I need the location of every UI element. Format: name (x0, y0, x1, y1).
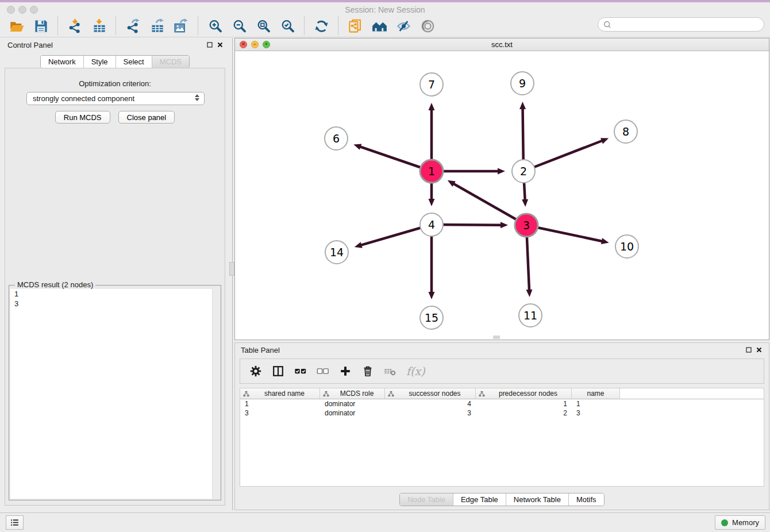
select-all-checks-icon[interactable] (293, 364, 308, 379)
edge-arrowhead (519, 102, 526, 109)
criterion-dropdown-value: strongly connected component (33, 94, 134, 103)
mcds-result-item[interactable]: 3 (10, 299, 220, 309)
table-row[interactable]: 3dominator323 (240, 408, 764, 418)
float-table-panel-icon[interactable] (746, 347, 752, 353)
table-panel-title: Table Panel (241, 346, 280, 354)
tab-mcds[interactable]: MCDS (152, 56, 189, 68)
tab-edge-table[interactable]: Edge Table (453, 494, 506, 506)
search-input[interactable] (612, 18, 764, 31)
edge-arrowhead (353, 144, 361, 149)
edge-3-1[interactable] (454, 184, 526, 225)
tab-select[interactable]: Select (116, 56, 152, 68)
column-header-name[interactable]: name (572, 388, 620, 399)
mcds-result-item[interactable]: 1 (10, 289, 220, 299)
table-cell: dominator (320, 409, 385, 417)
tab-network-table[interactable]: Network Table (506, 494, 568, 506)
table-cell: 3 (385, 409, 476, 417)
run-mcds-button[interactable]: Run MCDS (55, 111, 110, 124)
column-header-predecessor-nodes[interactable]: predecessor nodes (476, 388, 572, 399)
graph-node-label: 3 (523, 219, 530, 232)
tab-network[interactable]: Network (41, 56, 83, 68)
network-graph[interactable]: 7968124314101511 (235, 51, 769, 340)
mcds-panel: Optimization criterion: strongly connect… (5, 68, 225, 506)
table-cell: 2 (476, 409, 572, 417)
hide-selected-icon[interactable] (395, 17, 412, 34)
split-columns-icon[interactable] (271, 364, 286, 379)
column-header-MCDS-role[interactable]: MCDS role (320, 388, 385, 399)
column-header-successor-nodes[interactable]: successor nodes (385, 388, 476, 399)
tab-style[interactable]: Style (83, 56, 116, 68)
toolbar-separator (198, 17, 198, 35)
table-row[interactable]: 1dominator411 (240, 399, 764, 408)
tab-node-table[interactable]: Node Table (400, 494, 453, 506)
table-cell: 1 (240, 400, 320, 408)
edge-arrowhead (498, 168, 505, 175)
edge-arrowhead (429, 199, 435, 206)
edge-2-8[interactable] (523, 141, 602, 171)
graph-node-label: 14 (330, 246, 344, 259)
import-table-icon[interactable] (90, 17, 107, 34)
network-scroll-thumb[interactable] (493, 336, 500, 339)
mcds-result-title: MCDS result (2 nodes) (15, 280, 95, 289)
export-table-icon[interactable] (148, 17, 165, 34)
network-view-window: ✕ − + scc.txt 7968124314101511 (234, 38, 769, 340)
node-table-body: 1dominator4113dominator323 (240, 399, 764, 418)
delete-row-icon[interactable] (360, 364, 375, 379)
mcds-list-scrollbar[interactable] (212, 289, 220, 499)
column-header-shared-name[interactable]: shared name (240, 388, 320, 399)
mcds-result-group: MCDS result (2 nodes) 13 (9, 285, 221, 500)
table-cell: 3 (572, 409, 620, 417)
delete-table-icon[interactable] (383, 364, 398, 379)
mcds-result-list[interactable]: 13 (10, 289, 220, 499)
table-toolbar: f(x) (240, 358, 764, 384)
refresh-layout-icon[interactable] (313, 17, 330, 34)
home-layout-icon[interactable] (371, 17, 388, 34)
search-box[interactable] (598, 17, 764, 32)
edge-arrowhead (429, 292, 435, 299)
tab-motifs[interactable]: Motifs (568, 494, 604, 506)
deselect-all-checks-icon[interactable] (315, 364, 330, 379)
open-file-icon[interactable] (8, 17, 25, 34)
close-table-panel-icon[interactable] (756, 347, 762, 353)
zoom-fit-icon[interactable] (255, 17, 272, 34)
zoom-in-icon[interactable] (206, 17, 224, 34)
add-row-icon[interactable] (338, 364, 353, 379)
table-cell: 1 (476, 400, 572, 408)
import-network-icon[interactable] (66, 17, 83, 34)
save-session-icon[interactable] (32, 17, 49, 34)
memory-status-icon (721, 519, 728, 526)
export-network-icon[interactable] (124, 17, 141, 34)
show-all-icon[interactable] (419, 17, 436, 34)
control-panel-title: Control Panel (7, 41, 53, 49)
zoom-selected-icon[interactable] (279, 17, 296, 34)
node-table-header: shared nameMCDS rolesuccessor nodesprede… (240, 388, 764, 399)
column-settings-icon[interactable] (248, 364, 263, 379)
table-panel-header: Table Panel (235, 343, 769, 357)
status-bar: Memory (0, 512, 770, 532)
memory-button-label: Memory (732, 518, 759, 527)
float-panel-icon[interactable] (207, 42, 213, 48)
toolbar-separator (338, 17, 338, 35)
table-panel: Table Panel f(x) shared nameMCDS rolesuc… (234, 342, 769, 510)
edge-arrowhead (600, 138, 609, 144)
node-table[interactable]: shared nameMCDS rolesuccessor nodesprede… (240, 388, 764, 487)
criterion-dropdown[interactable]: strongly connected component (26, 92, 205, 105)
panel-divider-handle[interactable] (229, 262, 234, 276)
table-cell: 4 (385, 400, 476, 408)
clone-network-icon[interactable] (346, 17, 364, 34)
application-window: Session: New Session Control Panel Netwo… (0, 0, 770, 532)
close-panel-icon[interactable] (217, 42, 223, 48)
edge-arrowhead (526, 290, 533, 297)
toolbar-separator (304, 17, 305, 35)
control-panel-header: Control Panel (0, 38, 230, 53)
network-window-titlebar[interactable]: ✕ − + scc.txt (235, 38, 769, 51)
close-panel-button[interactable]: Close panel (118, 111, 175, 124)
network-canvas[interactable]: 7968124314101511 (235, 51, 769, 340)
export-image-icon[interactable] (172, 17, 190, 34)
apply-function-icon[interactable]: f(x) (406, 365, 425, 377)
zoom-out-icon[interactable] (230, 17, 248, 34)
graph-node-label: 6 (333, 132, 340, 145)
show-panels-button[interactable] (6, 515, 24, 530)
session-title: Session: New Session (0, 5, 770, 14)
memory-button[interactable]: Memory (715, 515, 765, 530)
